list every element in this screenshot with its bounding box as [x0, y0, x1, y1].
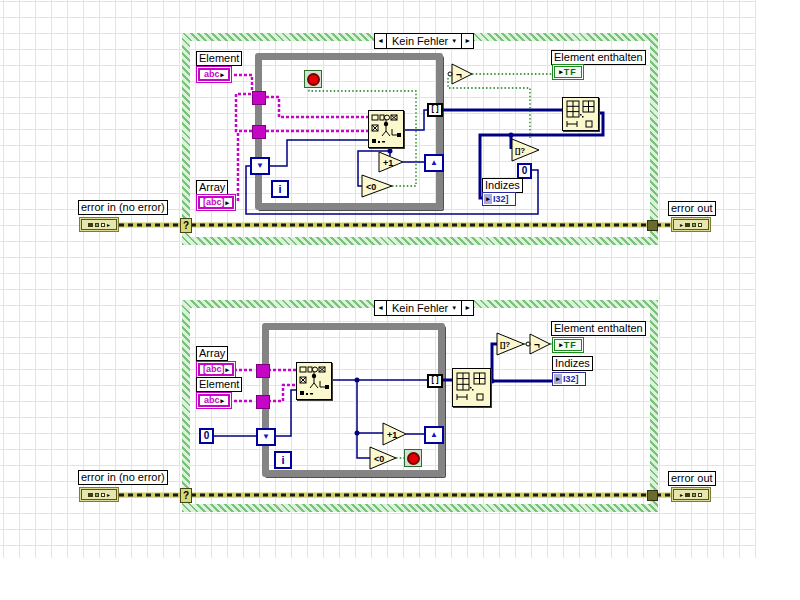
element-string-control[interactable]: abc▸ — [196, 392, 232, 409]
wire-junction-dot — [509, 133, 514, 138]
cluster-glyph — [88, 223, 93, 227]
shift-register-right[interactable]: ▲ — [424, 426, 444, 444]
error-in-label: error in (no error) — [78, 200, 168, 215]
error-in-terminal[interactable]: ▸ — [79, 217, 119, 232]
stop-icon — [407, 452, 420, 465]
selector-glyph: ? — [183, 220, 189, 232]
not-node[interactable] — [530, 334, 550, 354]
error-out-label: error out — [668, 201, 716, 216]
shift-up-icon: ▲ — [430, 159, 438, 167]
loop-condition-stop-button[interactable] — [304, 70, 322, 88]
case-next-arrow[interactable]: ► — [461, 301, 473, 315]
string-glyph: abc — [204, 396, 220, 405]
index-tunnel[interactable]: [] — [427, 103, 443, 117]
search-1d-array-glyphs — [369, 111, 403, 147]
wire-junction-dot — [355, 378, 360, 383]
element-label: Element — [196, 51, 242, 66]
build-array-icon[interactable] — [562, 97, 599, 131]
case-prev-arrow[interactable]: ◄ — [375, 34, 387, 48]
wire-junction-dot — [388, 149, 393, 154]
build-array-glyphs — [563, 98, 598, 130]
terminal-arrow-icon: ▸ — [554, 374, 562, 384]
wire-emptyq-to-not — [448, 77, 530, 138]
zero-glyph: 0 — [522, 166, 528, 176]
boolean-indicator[interactable]: ▸TF — [552, 337, 584, 353]
case-selector-header[interactable]: ◄ Kein Fehler ▼ ► — [374, 33, 474, 49]
not-node[interactable] — [452, 64, 472, 84]
terminal-arrow-icon: ▸ — [221, 70, 225, 79]
i32-glyph: I32] — [563, 374, 579, 384]
indices-label: Indizes — [552, 356, 593, 371]
zero-constant[interactable]: 0 — [517, 163, 532, 179]
iteration-terminal[interactable]: i — [271, 180, 289, 198]
cluster-glyph — [685, 493, 690, 497]
element-label: Element — [196, 377, 242, 392]
error-out-terminal[interactable]: ▸ — [671, 487, 711, 502]
array-string-control[interactable]: [abc]▸ — [196, 194, 236, 211]
increment-label: +1 — [383, 158, 393, 168]
case-selector-label[interactable]: Kein Fehler — [387, 301, 451, 315]
build-array-glyphs — [453, 369, 490, 406]
case-next-arrow[interactable]: ► — [461, 34, 473, 48]
case-selector-terminal[interactable]: ? — [180, 218, 192, 233]
not-bubble-icon — [448, 72, 452, 76]
error-in-terminal[interactable]: ▸ — [79, 487, 119, 502]
i32-glyph: I32] — [493, 194, 509, 204]
wire-array-string — [233, 131, 238, 201]
case-selector-terminal[interactable]: ? — [180, 488, 192, 503]
less-than-zero-label: <0 — [366, 182, 376, 192]
loop-condition-stop-button[interactable] — [404, 449, 422, 467]
string-tunnel[interactable] — [252, 91, 266, 105]
cluster-glyph — [698, 223, 702, 227]
shift-register-left[interactable]: ▼ — [250, 157, 270, 175]
error-in-label: error in (no error) — [78, 470, 168, 485]
terminal-arrow-icon: ▸ — [107, 492, 110, 498]
index-tunnel[interactable]: [] — [427, 374, 443, 388]
wire-string-inner-1 — [266, 97, 368, 117]
search-1d-array-icon[interactable] — [296, 362, 332, 400]
shift-register-left[interactable]: ▼ — [256, 428, 276, 446]
indices-i32-indicator[interactable]: ▸I32] — [482, 192, 516, 206]
terminal-arrow-icon: ▸ — [226, 365, 230, 374]
build-array-icon[interactable] — [452, 368, 491, 407]
search-1d-array-icon[interactable] — [368, 110, 404, 148]
error-tunnel[interactable] — [647, 220, 658, 231]
zero-constant[interactable]: 0 — [199, 428, 214, 444]
chevron-down-icon[interactable]: ▼ — [451, 34, 461, 48]
error-out-label: error out — [668, 471, 716, 486]
chevron-down-icon[interactable]: ▼ — [451, 301, 461, 315]
error-out-terminal[interactable]: ▸ — [671, 217, 711, 232]
terminal-arrow-icon: ▸ — [680, 222, 683, 228]
string-tunnel[interactable] — [252, 125, 266, 139]
case-selector-label[interactable]: Kein Fehler — [387, 34, 451, 48]
boolean-indicator[interactable]: ▸TF — [552, 64, 584, 80]
index-tunnel-glyph: [] — [430, 106, 440, 114]
wire-shift-to-search — [274, 390, 297, 436]
case-selector-header[interactable]: ◄ Kein Fehler ▼ ► — [374, 300, 474, 316]
string-tunnel[interactable] — [256, 395, 270, 409]
indices-i32-indicator[interactable]: ▸I32] — [552, 372, 586, 386]
shift-down-icon: ▼ — [256, 162, 264, 170]
cluster-glyph — [692, 223, 696, 227]
case-prev-arrow[interactable]: ◄ — [375, 301, 387, 315]
cluster-glyph — [685, 223, 690, 227]
terminal-arrow-icon: ▸ — [221, 396, 225, 405]
iteration-terminal[interactable]: i — [274, 451, 292, 469]
shift-register-right[interactable]: ▲ — [424, 154, 444, 172]
array-string-control[interactable]: [abc]▸ — [196, 361, 236, 378]
labview-block-diagram: +1 <0 []? ¬ — [0, 0, 800, 600]
element-string-control[interactable]: abc▸ — [196, 66, 232, 83]
terminal-arrow-icon: ▸ — [559, 67, 563, 77]
cluster-glyph — [692, 493, 696, 497]
element-contained-label: Element enthalten — [551, 321, 646, 336]
error-tunnel[interactable] — [647, 490, 658, 501]
string-tunnel[interactable] — [256, 364, 270, 378]
indices-label: Indizes — [482, 178, 523, 193]
element-contained-label: Element enthalten — [551, 50, 646, 65]
terminal-arrow-icon: ▸ — [680, 492, 683, 498]
empty-array-label: []? — [515, 146, 525, 155]
shift-up-icon: ▲ — [430, 431, 438, 439]
array-label: Array — [196, 346, 228, 361]
cluster-glyph — [101, 223, 105, 227]
string-array-glyph: [abc] — [203, 365, 225, 374]
